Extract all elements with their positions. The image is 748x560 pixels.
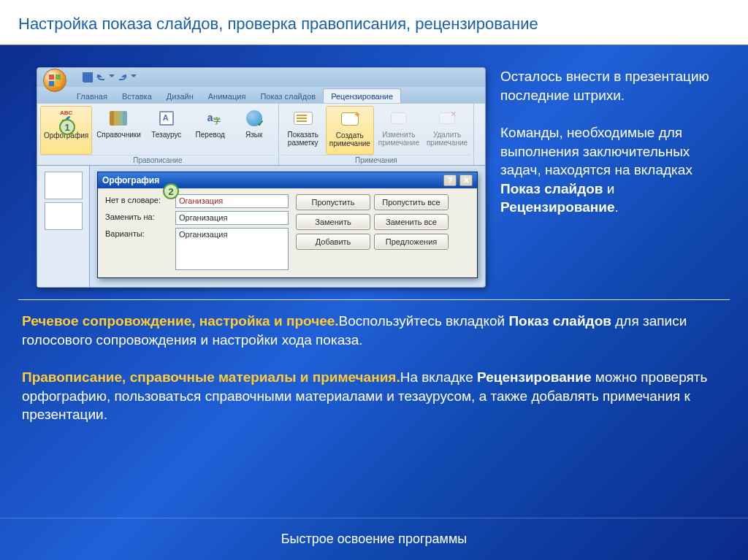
tab-insert[interactable]: Вставка [115, 89, 159, 103]
footer-text: Быстрое освоение программы [0, 518, 748, 560]
tab-review[interactable]: Рецензирование [323, 88, 401, 103]
markup-icon [294, 112, 313, 125]
group-comments: Показать разметку Создать примечание Изм… [279, 104, 474, 165]
lower-h1: Речевое сопровождение, настройка и проче… [22, 313, 339, 329]
research-button[interactable]: Справочники [94, 106, 144, 155]
tab-slideshow[interactable]: Показ слайдов [253, 89, 323, 103]
research-icon [110, 111, 127, 126]
variants-list[interactable]: Организация [175, 228, 289, 270]
label-change-to: Заменить на: [105, 211, 171, 225]
quick-access-toolbar [37, 68, 485, 87]
ribbon-tabs: Главная Вставка Дизайн Анимация Показ сл… [37, 87, 485, 103]
dialog-close-button[interactable]: ✕ [459, 174, 473, 186]
thesaurus-button[interactable]: Тезаурус [145, 106, 188, 155]
edit-comment-icon [391, 112, 407, 124]
slide-title: Настройка показа слайдов, проверка право… [0, 0, 748, 45]
change-all-button[interactable]: Заменить все [374, 214, 449, 230]
office-button[interactable] [43, 69, 66, 92]
slide-thumb[interactable] [45, 172, 83, 199]
tab-design[interactable]: Дизайн [159, 89, 201, 103]
new-comment-button[interactable]: Создать примечание [326, 106, 374, 155]
thesaurus-icon [159, 111, 174, 126]
powerpoint-window: 1 2 Главная Вставка Дизайн Анимация Пока… [37, 67, 486, 288]
edit-comment-label: Изменить примечание [378, 131, 419, 147]
label-not-in-dict: Нет в словаре: [105, 194, 171, 208]
not-in-dict-field: Оганизация [175, 194, 289, 208]
change-to-input[interactable]: Организация [175, 211, 289, 225]
language-icon [246, 110, 262, 126]
show-markup-button[interactable]: Показать разметку [282, 106, 324, 155]
delete-comment-icon [439, 112, 455, 124]
tab-animation[interactable]: Анимация [201, 89, 253, 103]
suggest-button[interactable]: Предложения [374, 234, 449, 250]
qat-customize-icon[interactable] [131, 74, 137, 80]
redo-icon[interactable] [119, 74, 126, 80]
group-proofing: ABC✔ Орфография Справочники Тезаурус Пер… [37, 104, 279, 165]
undo-dropdown-icon[interactable] [109, 74, 115, 80]
show-markup-label: Показать разметку [287, 131, 318, 147]
ribbon: ABC✔ Орфография Справочники Тезаурус Пер… [37, 103, 485, 166]
undo-icon[interactable] [97, 74, 104, 80]
new-comment-label: Создать примечание [329, 131, 370, 147]
translate-icon [207, 112, 213, 123]
intro-text: Осталось внести в презентацию последние … [500, 67, 730, 217]
dialog-area: Орфография ? ✕ Нет в словаре: Оганизация… [37, 166, 485, 287]
spelling-dialog: Орфография ? ✕ Нет в словаре: Оганизация… [97, 172, 478, 278]
delete-comment-button: Удалить примечание [424, 106, 470, 155]
divider [18, 299, 730, 300]
delete-comment-label: Удалить примечание [427, 131, 468, 147]
translate-label: Перевод [196, 131, 225, 139]
content-band: 1 2 Главная Вставка Дизайн Анимация Пока… [0, 45, 748, 295]
thesaurus-label: Тезаурус [151, 131, 181, 139]
new-comment-icon [341, 112, 359, 126]
add-button[interactable]: Добавить [296, 234, 370, 250]
save-icon[interactable] [83, 72, 93, 83]
translate-button[interactable]: Перевод [189, 106, 232, 155]
slide-thumb[interactable] [45, 202, 83, 230]
intro-p1: Осталось внести в презентацию последние … [500, 67, 730, 104]
change-button[interactable]: Заменить [296, 214, 370, 230]
label-variants: Варианты: [105, 228, 171, 270]
group-proofing-label: Правописание [40, 155, 275, 164]
tab-home[interactable]: Главная [69, 89, 115, 103]
callout-marker-1: 1 [59, 119, 75, 135]
callout-marker-2: 2 [163, 183, 179, 199]
intro-p2: Команды, необходимые для выполнения закл… [500, 123, 730, 217]
language-label: Язык [245, 131, 262, 139]
language-button[interactable]: Язык [233, 106, 275, 155]
dialog-help-button[interactable]: ? [443, 174, 457, 186]
slide-thumbnail-panel [37, 166, 90, 287]
lower-h2: Правописание, справочные материалы и при… [22, 369, 400, 385]
group-comments-label: Примечания [282, 155, 470, 164]
lower-text-block: Речевое сопровождение, настройка и проче… [0, 304, 748, 431]
dialog-titlebar: Орфография ? ✕ [98, 172, 477, 188]
research-label: Справочники [96, 131, 141, 139]
edit-comment-button: Изменить примечание [375, 106, 422, 155]
ignore-button[interactable]: Пропустить [296, 194, 370, 210]
ignore-all-button[interactable]: Пропустить все [374, 194, 449, 210]
dialog-title-text: Орфография [102, 175, 159, 185]
